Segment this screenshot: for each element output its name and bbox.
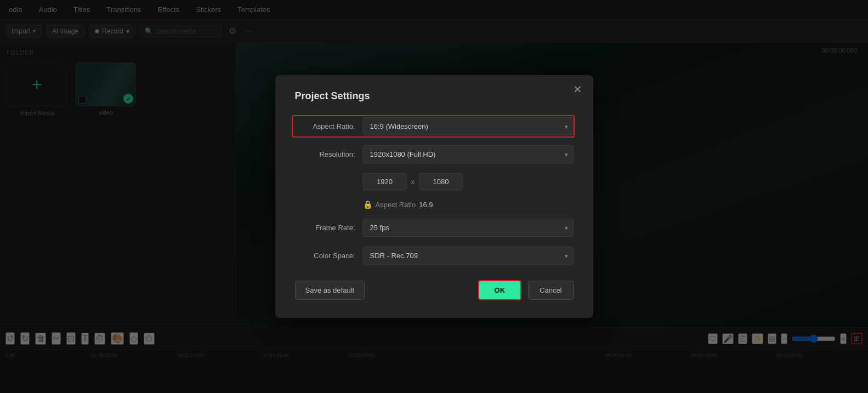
aspect-ratio-label: Aspect Ratio: bbox=[295, 122, 355, 130]
resolution-x-separator: x bbox=[411, 178, 415, 186]
aspect-ratio-select[interactable]: 16:9 (Widescreen) 4:3 (Standard) 1:1 (Sq… bbox=[363, 117, 574, 135]
frame-rate-select[interactable]: 24 fps 25 fps 30 fps 60 fps bbox=[363, 219, 574, 237]
resolution-row: Resolution: 1920x1080 (Full HD) 1280x720… bbox=[295, 145, 574, 163]
project-settings-modal: Project Settings ✕ Aspect Ratio: 16:9 (W… bbox=[275, 75, 593, 318]
save-as-default-button[interactable]: Save as default bbox=[295, 281, 365, 300]
resolution-select[interactable]: 1920x1080 (Full HD) 1280x720 (HD) 3840x2… bbox=[363, 145, 574, 163]
resolution-inputs: 1920 x 1080 bbox=[363, 173, 574, 190]
color-space-label: Color Space: bbox=[295, 252, 355, 260]
height-input[interactable]: 1080 bbox=[419, 173, 463, 190]
frame-rate-label: Frame Rate: bbox=[295, 224, 355, 232]
aspect-lock-label: Aspect Ratio bbox=[376, 201, 416, 209]
resolution-label: Resolution: bbox=[295, 150, 355, 158]
aspect-lock-row: 🔒 Aspect Ratio 16:9 bbox=[363, 200, 574, 209]
modal-overlay: Project Settings ✕ Aspect Ratio: 16:9 (W… bbox=[0, 0, 868, 393]
lock-icon: 🔒 bbox=[363, 200, 372, 209]
modal-footer: Save as default OK Cancel bbox=[295, 280, 574, 300]
frame-rate-row: Frame Rate: 24 fps 25 fps 30 fps 60 fps … bbox=[295, 219, 574, 237]
ok-button[interactable]: OK bbox=[478, 280, 522, 300]
cancel-button[interactable]: Cancel bbox=[528, 281, 573, 300]
resolution-inputs-row: 1920 x 1080 bbox=[295, 173, 574, 190]
aspect-lock-value: 16:9 bbox=[419, 201, 433, 209]
color-space-row: Color Space: SDR - Rec.709 HDR - Rec.202… bbox=[295, 247, 574, 265]
modal-close-button[interactable]: ✕ bbox=[573, 84, 582, 95]
color-space-select[interactable]: SDR - Rec.709 HDR - Rec.2020 bbox=[363, 247, 574, 265]
modal-title: Project Settings bbox=[295, 90, 574, 102]
width-input[interactable]: 1920 bbox=[363, 173, 407, 190]
aspect-ratio-select-wrap: 16:9 (Widescreen) 4:3 (Standard) 1:1 (Sq… bbox=[363, 117, 574, 135]
aspect-ratio-row: Aspect Ratio: 16:9 (Widescreen) 4:3 (Sta… bbox=[295, 117, 574, 135]
frame-rate-select-wrap: 24 fps 25 fps 30 fps 60 fps ▾ bbox=[363, 219, 574, 237]
color-space-select-wrap: SDR - Rec.709 HDR - Rec.2020 ▾ bbox=[363, 247, 574, 265]
resolution-select-wrap: 1920x1080 (Full HD) 1280x720 (HD) 3840x2… bbox=[363, 145, 574, 163]
